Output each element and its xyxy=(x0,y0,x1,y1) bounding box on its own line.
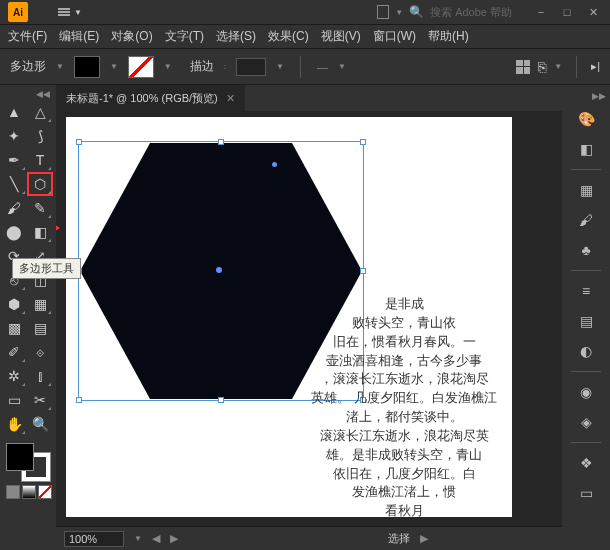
search-icon[interactable]: 🔍 xyxy=(409,5,424,19)
graphic-styles-panel-icon[interactable]: ◈ xyxy=(574,410,598,434)
graph-tool[interactable]: ⫿ xyxy=(28,365,52,387)
chevron-down-icon[interactable]: ▼ xyxy=(56,62,64,71)
pencil-tool[interactable]: ✎ xyxy=(28,197,52,219)
chevron-down-icon[interactable]: ▼ xyxy=(338,62,346,71)
zoom-tool[interactable]: 🔍 xyxy=(28,413,52,435)
maximize-button[interactable]: □ xyxy=(558,6,576,19)
transparency-panel-icon[interactable]: ◐ xyxy=(574,339,598,363)
resize-handle[interactable] xyxy=(76,139,82,145)
chevron-down-icon[interactable]: ▼ xyxy=(110,62,118,71)
magic-wand-tool[interactable]: ✦ xyxy=(2,125,26,147)
selection-tool[interactable]: ▲ xyxy=(2,101,26,123)
arrange-documents-icon[interactable] xyxy=(377,5,389,19)
status-selection-label: 选择 xyxy=(388,531,410,546)
fill-swatch[interactable] xyxy=(74,56,100,78)
gradient-panel-icon[interactable]: ▤ xyxy=(574,309,598,333)
brushes-panel-icon[interactable]: 🖌 xyxy=(574,208,598,232)
chevron-down-icon[interactable]: ▼ xyxy=(276,62,284,71)
artboards-panel-icon[interactable]: ▭ xyxy=(574,481,598,505)
tab-title: 未标题-1* @ 100% (RGB/预览) xyxy=(66,91,218,106)
eraser-tool[interactable]: ◧ xyxy=(28,221,52,243)
paintbrush-tool[interactable]: 🖌 xyxy=(2,197,26,219)
workspace-switcher[interactable]: ▼ xyxy=(58,8,82,17)
resize-handle[interactable] xyxy=(218,397,224,403)
menu-window[interactable]: 窗口(W) xyxy=(373,28,416,45)
menu-select[interactable]: 选择(S) xyxy=(216,28,256,45)
stroke-weight-input[interactable] xyxy=(236,58,266,76)
chevron-down-icon: ▼ xyxy=(74,8,82,17)
mesh-tool[interactable]: ▩ xyxy=(2,317,26,339)
resize-handle[interactable] xyxy=(76,397,82,403)
resize-handle[interactable] xyxy=(360,139,366,145)
close-tab-icon[interactable]: ✕ xyxy=(226,92,235,105)
resize-handle[interactable] xyxy=(360,268,366,274)
layers-panel-icon[interactable]: ❖ xyxy=(574,451,598,475)
eyedropper-tool[interactable]: ✐ xyxy=(2,341,26,363)
perspective-tool[interactable]: ▦ xyxy=(28,293,52,315)
blob-brush-tool[interactable]: ⬤ xyxy=(2,221,26,243)
collapse-tools-icon[interactable]: ◀◀ xyxy=(2,89,54,99)
artboard-tool[interactable]: ▭ xyxy=(2,389,26,411)
menu-help[interactable]: 帮助(H) xyxy=(428,28,469,45)
menu-edit[interactable]: 编辑(E) xyxy=(59,28,99,45)
hand-tool[interactable]: ✋ xyxy=(2,413,26,435)
stroke-style-dropdown[interactable]: — xyxy=(317,61,328,73)
align-icon[interactable] xyxy=(516,60,530,74)
shape-type-label: 多边形 xyxy=(10,58,46,75)
symbol-sprayer-tool[interactable]: ✲ xyxy=(2,365,26,387)
artboard[interactable]: 是非成 败转头空，青山依 旧在，惯看秋月春风。一 壶浊酒喜相逢，古今多少事 ，滚… xyxy=(66,117,512,517)
chevron-down-icon: ▼ xyxy=(395,8,403,17)
stroke-panel-icon[interactable]: ≡ xyxy=(574,279,598,303)
menu-bar: 文件(F) 编辑(E) 对象(O) 文字(T) 选择(S) 效果(C) 视图(V… xyxy=(0,25,610,49)
shape-builder-tool[interactable]: ⬢ xyxy=(2,293,26,315)
color-mode-gradient[interactable] xyxy=(22,485,36,499)
chevron-down-icon[interactable]: ▼ xyxy=(554,62,562,71)
direct-selection-tool[interactable]: △ xyxy=(28,101,52,123)
blend-tool[interactable]: ⟐ xyxy=(28,341,52,363)
area-type-text[interactable]: 是非成 败转头空，青山依 旧在，惯看秋月春风。一 壶浊酒喜相逢，古今多少事 ，滚… xyxy=(296,295,512,521)
appearance-panel-icon[interactable]: ◉ xyxy=(574,380,598,404)
chevron-down-icon[interactable]: ▼ xyxy=(134,534,142,543)
document-tab[interactable]: 未标题-1* @ 100% (RGB/预览) ✕ xyxy=(56,85,245,111)
options-bar: 多边形 ▼ ▼ ▼ 描边 : ▼ — ▼ ⎘ ▼ ▸| xyxy=(0,49,610,85)
tools-panel: ◀◀ ▲ △ ✦ ⟆ ✒ T ╲ ⬡ 🖌 ✎ ⬤ ◧ ⟳ ⤢ ⎋ xyxy=(0,85,56,550)
color-panel-icon[interactable]: 🎨 xyxy=(574,107,598,131)
stroke-label: 描边 xyxy=(190,58,214,75)
status-bar: 100% ▼ ◀ ▶ 选择 ▶ xyxy=(56,526,562,550)
chevron-down-icon[interactable]: ▼ xyxy=(164,62,172,71)
color-guide-panel-icon[interactable]: ◧ xyxy=(574,137,598,161)
color-mode-solid[interactable] xyxy=(6,485,20,499)
menu-effect[interactable]: 效果(C) xyxy=(268,28,309,45)
zoom-input[interactable]: 100% xyxy=(64,531,124,547)
expand-panel-icon[interactable]: ▸| xyxy=(591,60,600,73)
swatches-panel-icon[interactable]: ▦ xyxy=(574,178,598,202)
search-input[interactable]: 搜索 Adobe 帮助 xyxy=(430,5,512,20)
close-button[interactable]: ✕ xyxy=(584,6,602,19)
document-setup-icon[interactable]: ⎘ xyxy=(538,59,546,75)
symbols-panel-icon[interactable]: ♣ xyxy=(574,238,598,262)
menu-object[interactable]: 对象(O) xyxy=(111,28,152,45)
status-menu-icon[interactable]: ▶ xyxy=(420,532,428,545)
canvas-area[interactable]: 是非成 败转头空，青山依 旧在，惯看秋月春风。一 壶浊酒喜相逢，古今多少事 ，滚… xyxy=(56,111,562,526)
document-tabs: 未标题-1* @ 100% (RGB/预览) ✕ xyxy=(56,85,562,111)
type-tool[interactable]: T xyxy=(28,149,52,171)
pen-tool[interactable]: ✒ xyxy=(2,149,26,171)
menu-type[interactable]: 文字(T) xyxy=(165,28,204,45)
prev-artboard-icon[interactable]: ◀ xyxy=(152,532,160,545)
tool-tooltip: 多边形工具 xyxy=(12,258,81,279)
resize-handle[interactable] xyxy=(218,139,224,145)
color-mode-none[interactable] xyxy=(38,485,52,499)
fill-stroke-swatch[interactable] xyxy=(6,443,50,481)
line-tool[interactable]: ╲ xyxy=(2,173,26,195)
collapse-panels-icon[interactable]: ▶▶ xyxy=(592,91,606,101)
lasso-tool[interactable]: ⟆ xyxy=(28,125,52,147)
app-logo: Ai xyxy=(8,2,28,22)
menu-file[interactable]: 文件(F) xyxy=(8,28,47,45)
stroke-swatch[interactable] xyxy=(128,56,154,78)
next-artboard-icon[interactable]: ▶ xyxy=(170,532,178,545)
slice-tool[interactable]: ✂ xyxy=(28,389,52,411)
gradient-tool[interactable]: ▤ xyxy=(28,317,52,339)
minimize-button[interactable]: − xyxy=(532,6,550,19)
menu-view[interactable]: 视图(V) xyxy=(321,28,361,45)
polygon-tool[interactable]: ⬡ xyxy=(28,173,52,195)
